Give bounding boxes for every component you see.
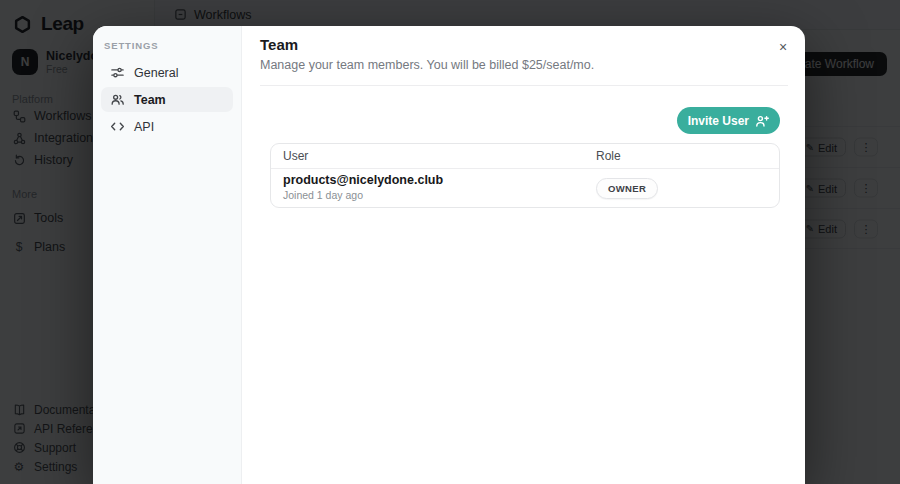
divider — [260, 85, 788, 86]
settings-nav-team[interactable]: Team — [101, 87, 233, 112]
settings-modal: SETTINGS General — [93, 26, 805, 484]
invite-user-button[interactable]: Invite User — [677, 107, 780, 134]
person-plus-icon — [755, 114, 769, 128]
settings-modal-nav: SETTINGS General — [93, 26, 242, 484]
column-header-user: User — [271, 149, 596, 163]
member-email: products@nicelydone.club — [283, 173, 596, 189]
team-icon — [109, 92, 125, 107]
settings-nav-heading: SETTINGS — [101, 40, 233, 51]
table-row: products@nicelydone.club Joined 1 day ag… — [271, 169, 779, 207]
code-icon — [109, 119, 125, 134]
team-members-table: User Role products@nicelydone.club Joine… — [270, 143, 780, 208]
modal-title: Team — [260, 36, 788, 53]
invite-user-label: Invite User — [688, 114, 749, 128]
settings-nav-general[interactable]: General — [101, 60, 233, 85]
column-header-role: Role — [596, 149, 779, 163]
role-badge: OWNER — [596, 178, 658, 199]
member-joined: Joined 1 day ago — [283, 189, 596, 203]
settings-nav-label: Team — [134, 93, 166, 107]
modal-subtitle: Manage your team members. You will be bi… — [260, 58, 788, 72]
settings-nav-label: API — [134, 120, 154, 134]
table-header: User Role — [271, 144, 779, 169]
app-screen: Leap N Nicelydone Free Platform Workflow… — [0, 0, 900, 484]
settings-modal-main: × Team Manage your team members. You wil… — [242, 26, 805, 484]
sliders-icon — [109, 65, 125, 80]
settings-nav-api[interactable]: API — [101, 114, 233, 139]
settings-nav-label: General — [134, 66, 178, 80]
close-icon[interactable]: × — [773, 37, 793, 57]
